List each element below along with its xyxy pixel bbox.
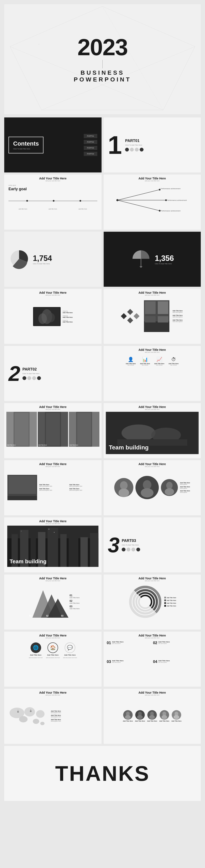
icon-item-3: 📈 Add Title Here add subtitle bbox=[154, 357, 164, 366]
ici-3: 💬 Add Title Here add description text he… bbox=[63, 643, 77, 658]
circle-photo-3 bbox=[161, 479, 178, 496]
bignum1-value: 1,754 bbox=[33, 254, 52, 263]
num-text-4: Add Title Here add description bbox=[158, 660, 170, 663]
tl1: 01Add Title Here bbox=[70, 594, 79, 598]
pcols-header: Add Your Title Here add your sub-title h… bbox=[4, 403, 102, 411]
num-item-2: 02 Add Title Here add description bbox=[153, 641, 198, 658]
laptop-svg bbox=[7, 475, 37, 500]
part01-dots bbox=[125, 148, 144, 152]
cp3-svg bbox=[161, 479, 178, 496]
cl-3: Add Title Heredescription bbox=[180, 490, 190, 493]
pcols-sub: add your sub-title here bbox=[6, 409, 99, 410]
early-goal-title: Add Your Title Here bbox=[6, 177, 99, 180]
menu-part04[interactable]: PART04 bbox=[84, 152, 97, 156]
av-circle-4 bbox=[160, 710, 169, 720]
icon-sub-3: add subtitle bbox=[154, 364, 164, 366]
av-name-1: Add Title Here bbox=[123, 720, 133, 722]
laptop-header: Add Your Title Here add your sub-title h… bbox=[4, 460, 102, 468]
icon-sub-1: add subtitle bbox=[126, 364, 136, 366]
window-photo bbox=[144, 300, 170, 332]
part02-inner: 2 PART02 Click To Add Title Here bbox=[4, 346, 102, 401]
circles-header: Add Your Title Here add your sub-title h… bbox=[104, 460, 201, 468]
svg-point-53 bbox=[165, 488, 174, 495]
num-1: 01 bbox=[107, 641, 111, 645]
circles-title: Add Your Title Here bbox=[106, 462, 199, 466]
p2d4 bbox=[37, 376, 41, 380]
laptop-sub: add your sub-title here bbox=[6, 466, 99, 467]
icon-label-4: Add Title Here bbox=[169, 363, 179, 364]
li-2: Add Title Hereadd description text bbox=[69, 484, 98, 487]
num-item-4: 04 Add Title Here add description bbox=[153, 660, 198, 677]
sl-color-2 bbox=[164, 599, 166, 601]
icon-items-header: Add Your Title Here add your sub-title h… bbox=[4, 632, 102, 639]
part03-desc: Click To Add Title Here bbox=[122, 544, 140, 546]
svg-line-3 bbox=[10, 46, 42, 110]
slide-photo-cols: Add Your Title Here add your sub-title h… bbox=[4, 403, 102, 458]
ici-label-2: Add Title Here bbox=[47, 654, 58, 656]
menu-part01[interactable]: PART01 bbox=[84, 134, 97, 138]
icon-1: 👤 bbox=[126, 357, 136, 362]
svg-point-52 bbox=[166, 482, 173, 489]
svg-point-24 bbox=[39, 313, 47, 324]
icon-label-3: Add Title Here bbox=[154, 363, 164, 364]
spiral-svg bbox=[128, 585, 162, 619]
p3d2 bbox=[127, 548, 130, 552]
menu-part03[interactable]: PART03 bbox=[84, 146, 97, 150]
part01-number: 1 bbox=[108, 132, 122, 158]
svg-point-14 bbox=[159, 189, 160, 190]
map-title: Add Your Title Here bbox=[6, 691, 99, 694]
laptop-title: Add Your Title Here bbox=[6, 462, 99, 466]
timeline-dot-3 bbox=[79, 200, 81, 202]
cover-decoration bbox=[4, 4, 201, 114]
team-header: Add Your Title Here add your sub-title h… bbox=[104, 403, 201, 411]
timeline-dot-2 bbox=[53, 200, 54, 202]
page-wrapper: 2023 BUSINESS POWERPOINT Contents Click … bbox=[0, 0, 205, 805]
num-text-1: Add Title Here add description bbox=[112, 641, 124, 644]
monitor-items: Click ToAdd Title Here Click ToAdd Title… bbox=[63, 310, 73, 323]
svg-point-39 bbox=[122, 425, 155, 441]
thanks-slide: THANKS bbox=[4, 746, 201, 801]
diamond-sub: add your sub-title here bbox=[106, 294, 199, 296]
svg-rect-60 bbox=[48, 528, 58, 567]
svg-line-8 bbox=[42, 46, 195, 110]
menu-part02[interactable]: PART02 bbox=[84, 140, 97, 144]
city-header: Add Your Title Here add your sub-title h… bbox=[4, 517, 102, 525]
nt-desc-4: add description bbox=[158, 662, 170, 663]
mi-2: Click ToAdd Title Here bbox=[63, 315, 73, 318]
monitor-header: Add Your Title Here add your sub-title h… bbox=[4, 289, 102, 297]
contents-title: Contents bbox=[13, 140, 39, 147]
svg-line-5 bbox=[102, 6, 163, 110]
d3 bbox=[127, 317, 133, 323]
av4-svg bbox=[160, 710, 169, 720]
sl-4: Add Title Here bbox=[164, 605, 176, 607]
svg-line-12 bbox=[117, 200, 159, 211]
icon-sub-2: add subtitle bbox=[140, 364, 150, 366]
tri-sub: add your sub-title here bbox=[6, 580, 99, 582]
svg-text:03: 03 bbox=[61, 615, 63, 617]
part02-info: PART02 Click To Add Title Here bbox=[23, 367, 41, 380]
dia-2: Add Title Hereadd description bbox=[173, 315, 182, 318]
cp2-svg bbox=[135, 476, 159, 499]
li-1: Add Title Hereadd description text bbox=[39, 484, 68, 487]
photo-col-1: Add Title Here bbox=[6, 412, 37, 447]
part01-inner: 1 PART01 Click To Add Title Here bbox=[104, 118, 201, 173]
pcol1-img bbox=[6, 412, 37, 447]
svg-text:Performance achievement: Performance achievement bbox=[167, 199, 187, 201]
svg-rect-67 bbox=[21, 531, 21, 531]
icon-items-sub: add your sub-title here bbox=[6, 637, 99, 639]
icons-header: Add Your Title Here add your sub-title h… bbox=[104, 346, 201, 353]
bignum1-inner: 1,754 Click To Add Title Here bbox=[4, 232, 102, 287]
p3d1 bbox=[122, 548, 126, 552]
part01-desc: Click To Add Title Here bbox=[125, 144, 144, 146]
svg-rect-62 bbox=[69, 531, 78, 567]
diamond-header: Add Your Title Here add your sub-title h… bbox=[104, 289, 201, 297]
map-item-3: Add Title Heredescription text bbox=[51, 719, 61, 722]
tri-labels: 01Add Title Here 02Add Title Here 03Add … bbox=[70, 594, 79, 610]
slide-monitor: Add Your Title Here add your sub-title h… bbox=[4, 289, 102, 344]
diamond-content: Add Title Hereadd description Add Title … bbox=[104, 297, 201, 336]
d4 bbox=[133, 313, 139, 319]
av-name-4: Add Title Here bbox=[159, 720, 169, 722]
svg-rect-65 bbox=[49, 529, 49, 529]
svg-line-9 bbox=[10, 46, 163, 110]
svg-point-15 bbox=[165, 199, 167, 201]
